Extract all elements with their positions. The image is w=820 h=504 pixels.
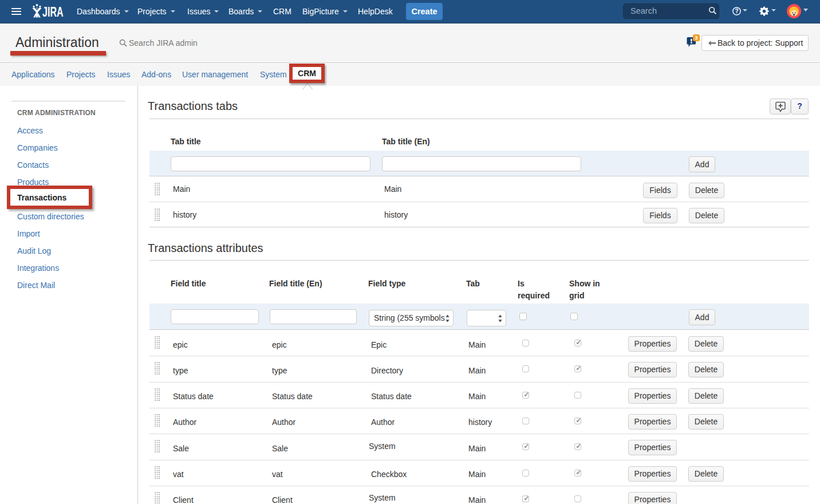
svg-text:?: ? <box>735 8 738 14</box>
